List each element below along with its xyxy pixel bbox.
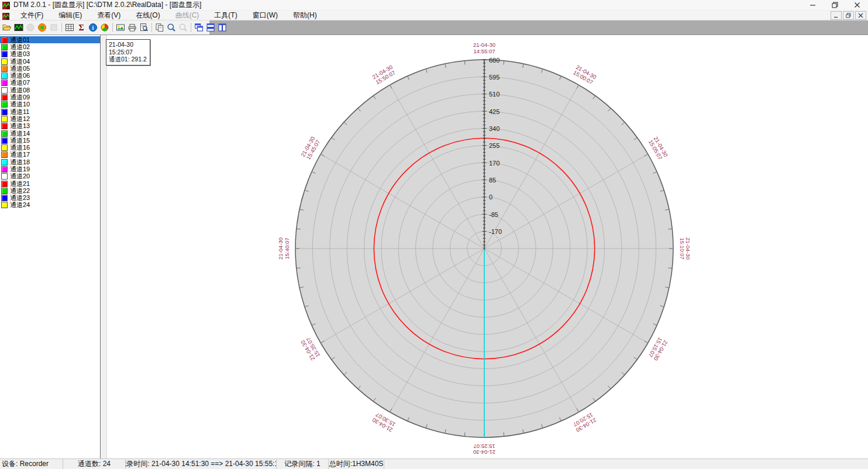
data-table-icon[interactable] <box>64 22 75 33</box>
window-controls <box>801 0 868 10</box>
restore-button[interactable] <box>824 0 846 10</box>
channel-color-swatch <box>1 109 8 115</box>
realtime-curve-icon[interactable] <box>13 22 25 33</box>
zoom-out-icon <box>177 22 189 33</box>
svg-text:21-04-3015:45:07: 21-04-3015:45:07 <box>299 136 322 161</box>
channel-color-swatch <box>1 159 8 165</box>
menu-bar: 文件(F)编辑(E)查看(V)在线(O)曲线(C)工具(T)窗口(W)帮助(H) <box>0 11 868 20</box>
cascade-windows-icon[interactable] <box>193 22 205 33</box>
toolbar-separator <box>151 23 152 32</box>
svg-text:595: 595 <box>489 74 500 81</box>
channel-list-item[interactable]: 通道24 <box>0 202 100 209</box>
svg-text:21-04-3015:00:07: 21-04-3015:00:07 <box>572 64 598 86</box>
channel-color-swatch <box>1 51 8 57</box>
mdi-minimize-button[interactable] <box>831 11 842 20</box>
channel-color-swatch <box>1 181 8 187</box>
svg-text:21-04-3015:05:07: 21-04-3015:05:07 <box>647 136 669 161</box>
svg-text:255: 255 <box>489 142 500 149</box>
svg-text:21-04-3015:10:07: 21-04-3015:10:07 <box>679 237 692 260</box>
svg-text:i: i <box>92 25 94 31</box>
svg-text:-170: -170 <box>489 228 502 235</box>
app-window: DTM 2.0.1 - [圆盘显示] [C:\DTM 2.0.2\RealDat… <box>0 0 868 469</box>
export-image-icon[interactable] <box>115 22 126 33</box>
menu-o[interactable]: 在线(O) <box>128 11 167 20</box>
zoom-icon[interactable] <box>166 22 177 33</box>
channel-color-swatch <box>1 123 8 129</box>
svg-text:-85: -85 <box>489 211 498 218</box>
channel-color-swatch <box>1 173 8 180</box>
mdi-close-button[interactable] <box>855 11 866 20</box>
channel-color-swatch <box>1 37 8 43</box>
polar-chart-panel: -170-8508517025534042551059568021-04-301… <box>107 35 868 458</box>
print-icon[interactable] <box>126 22 138 33</box>
svg-text:510: 510 <box>489 91 500 98</box>
svg-text:21-04-3015:25:07: 21-04-3015:25:07 <box>473 443 495 456</box>
menu-e[interactable]: 编辑(E) <box>51 11 89 20</box>
svg-text:21-04-3015:15:07: 21-04-3015:15:07 <box>647 336 669 362</box>
data-tooltip: 21-04-30 15:25:07 通道01: 291.2 <box>106 39 150 65</box>
channel-color-swatch <box>1 87 8 94</box>
polar-chart[interactable]: -170-8508517025534042551059568021-04-301… <box>107 35 868 461</box>
menu-c: 曲线(C) <box>168 11 207 20</box>
svg-text:340: 340 <box>489 125 500 132</box>
channel-color-swatch <box>1 58 8 65</box>
menu-v[interactable]: 查看(V) <box>89 11 128 20</box>
channel-color-swatch <box>1 73 8 79</box>
app-icon <box>2 1 10 9</box>
mdi-window-controls <box>831 11 868 20</box>
channel-color-swatch <box>1 116 8 122</box>
channel-color-swatch <box>1 202 8 208</box>
tooltip-value: 通道01: 291.2 <box>109 56 147 63</box>
channel-label: 通道24 <box>10 201 30 209</box>
title-bar: DTM 2.0.1 - [圆盘显示] [C:\DTM 2.0.2\RealDat… <box>0 0 868 11</box>
channel-color-swatch <box>1 151 8 158</box>
copy-icon[interactable] <box>154 22 166 33</box>
window-title: DTM 2.0.1 - [圆盘显示] [C:\DTM 2.0.2\RealDat… <box>13 0 201 10</box>
menu-items: 文件(F)编辑(E)查看(V)在线(O)曲线(C)工具(T)窗口(W)帮助(H) <box>13 11 325 20</box>
minimize-button[interactable] <box>801 0 824 10</box>
menu-h[interactable]: 帮助(H) <box>285 11 325 20</box>
svg-text:85: 85 <box>489 177 496 184</box>
record-stop-icon <box>48 22 60 33</box>
svg-text:21-04-3014:55:07: 21-04-3014:55:07 <box>473 42 495 54</box>
open-file-icon[interactable] <box>1 22 13 33</box>
statistics-sigma-icon[interactable]: Σ <box>75 22 87 33</box>
pie-chart-icon[interactable] <box>99 22 111 33</box>
svg-text:Σ: Σ <box>78 23 84 32</box>
menu-f[interactable]: 文件(F) <box>13 11 51 20</box>
channel-color-swatch <box>1 195 8 201</box>
channel-color-swatch <box>1 101 8 108</box>
toolbar-separator <box>191 23 191 32</box>
main-content: 通道01通道02通道03通道04通道05通道06通道07通道08通道09通道10… <box>0 35 868 458</box>
toolbar-separator <box>112 23 113 32</box>
channel-color-swatch <box>1 166 8 173</box>
mdi-restore-button[interactable] <box>843 11 854 20</box>
channel-color-swatch <box>1 137 8 144</box>
toolbar-separator <box>61 23 62 32</box>
channel-color-swatch <box>1 188 8 194</box>
splitter[interactable] <box>101 35 107 458</box>
svg-text:21-04-3015:35:07: 21-04-3015:35:07 <box>299 336 322 362</box>
svg-text:170: 170 <box>489 160 500 167</box>
info-icon[interactable]: i <box>87 22 99 33</box>
svg-text:21-04-3015:20:07: 21-04-3015:20:07 <box>572 411 598 433</box>
channel-color-swatch <box>1 80 8 86</box>
record-icon[interactable] <box>36 22 48 33</box>
channel-color-swatch <box>1 130 8 137</box>
svg-text:425: 425 <box>489 108 500 115</box>
channel-color-swatch <box>1 65 8 72</box>
tile-horizontal-icon[interactable] <box>205 22 216 33</box>
channel-color-swatch <box>1 144 8 151</box>
menu-t[interactable]: 工具(T) <box>206 11 244 20</box>
svg-text:21-04-3015:40:07: 21-04-3015:40:07 <box>277 237 290 260</box>
close-button[interactable] <box>846 0 868 10</box>
tooltip-date: 21-04-30 <box>109 41 147 49</box>
menu-w[interactable]: 窗口(W) <box>245 11 285 20</box>
channel-color-swatch <box>1 44 8 50</box>
document-icon[interactable] <box>2 12 9 19</box>
print-preview-icon[interactable] <box>138 22 150 33</box>
tile-vertical-icon[interactable] <box>216 22 228 33</box>
svg-text:0: 0 <box>489 194 492 201</box>
status-device: 设备: Recorder <box>0 459 63 469</box>
svg-text:21-04-3015:30:07: 21-04-3015:30:07 <box>371 411 397 433</box>
